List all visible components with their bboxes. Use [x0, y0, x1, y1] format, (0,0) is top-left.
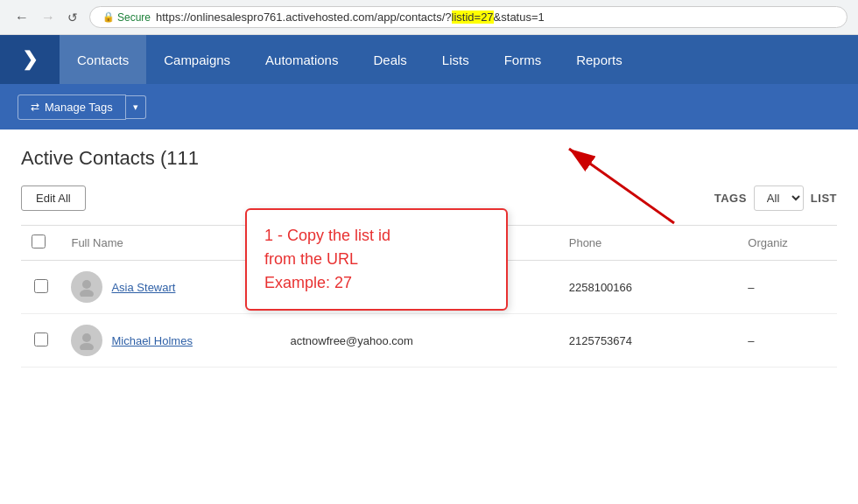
row2-contact-name[interactable]: Michael Holmes [111, 334, 192, 347]
callout-text: 1 - Copy the list id from the URL Exampl… [264, 224, 489, 295]
sub-header: ⇄ Manage Tags ▾ [0, 84, 858, 130]
back-button[interactable]: ← [11, 8, 33, 27]
row2-checkbox[interactable] [34, 332, 48, 346]
app-logo: ❯ [0, 35, 60, 84]
manage-tags-button[interactable]: ⇄ Manage Tags [18, 94, 126, 120]
url-suffix: &status=1 [494, 10, 545, 24]
row2-email-cell: actnowfree@yahoo.com [280, 314, 559, 368]
svg-point-3 [80, 290, 94, 297]
svg-point-2 [82, 280, 91, 289]
row1-avatar [71, 271, 102, 303]
col-header-phone: Phone [559, 226, 738, 261]
callout-line2: from the URL [264, 250, 358, 268]
refresh-button[interactable]: ↺ [63, 9, 82, 26]
url-highlight: listid=27 [452, 10, 494, 24]
nav-item-reports[interactable]: Reports [559, 35, 640, 84]
address-bar[interactable]: 🔒 Secure https://onlinesalespro761.activ… [89, 6, 847, 28]
tags-label: TAGS [714, 192, 747, 205]
url-text: https://onlinesalespro761.activehosted.c… [156, 10, 545, 24]
svg-point-4 [82, 333, 91, 342]
manage-tags-dropdown[interactable]: ▾ [126, 95, 146, 119]
callout-line1: 1 - Copy the list id [264, 227, 390, 244]
table-row: Michael Holmes actnowfree@yahoo.com 2125… [21, 314, 837, 368]
row1-phone-cell: 2258100166 [559, 261, 738, 314]
secure-label: Secure [117, 11, 151, 24]
page-content: 1 - Copy the list id from the URL Exampl… [0, 130, 858, 385]
callout-box: 1 - Copy the list id from the URL Exampl… [245, 208, 508, 311]
logo-icon: ❯ [22, 48, 38, 71]
col-header-org: Organiz [737, 226, 837, 261]
row1-contact-name[interactable]: Asia Stewart [111, 281, 175, 294]
tag-icon: ⇄ [31, 101, 39, 113]
nav-item-deals[interactable]: Deals [355, 35, 424, 84]
row2-name-container: Michael Holmes [71, 325, 269, 356]
browser-bar: ← → ↺ 🔒 Secure https://onlinesalespro761… [0, 0, 858, 35]
nav-item-automations[interactable]: Automations [248, 35, 355, 84]
row1-name-container: Asia Stewart [71, 271, 269, 303]
tags-select[interactable]: All [754, 186, 804, 211]
browser-nav-buttons: ← → ↺ [11, 8, 82, 27]
select-all-checkbox[interactable] [32, 234, 46, 248]
app-nav: ❯ Contacts Campaigns Automations Deals L… [0, 35, 858, 84]
page-title: Active Contacts (111 [21, 147, 837, 170]
callout-line3: Example: 27 [264, 274, 352, 291]
list-label: LIST [811, 192, 837, 205]
row2-check-cell [21, 314, 60, 368]
url-prefix: https://onlinesalespro761.activehosted.c… [156, 10, 452, 24]
nav-item-contacts[interactable]: Contacts [60, 35, 146, 84]
row1-check-cell [21, 261, 60, 314]
row2-name-cell: Michael Holmes [60, 314, 279, 368]
nav-item-lists[interactable]: Lists [425, 35, 487, 84]
row1-org-cell: – [737, 261, 837, 314]
edit-all-button[interactable]: Edit All [21, 186, 86, 211]
nav-item-campaigns[interactable]: Campaigns [146, 35, 248, 84]
row2-avatar [71, 325, 102, 356]
svg-point-5 [80, 343, 94, 350]
lock-icon: 🔒 [102, 11, 115, 23]
nav-item-forms[interactable]: Forms [487, 35, 559, 84]
forward-button[interactable]: → [37, 8, 60, 27]
toolbar-right: TAGS All LIST [714, 186, 837, 211]
row2-phone-cell: 2125753674 [559, 314, 738, 368]
manage-tags-label: Manage Tags [45, 101, 113, 114]
col-header-check [21, 226, 60, 261]
row2-org-cell: – [737, 314, 837, 368]
secure-badge: 🔒 Secure [102, 11, 151, 24]
row1-checkbox[interactable] [34, 279, 48, 293]
nav-items: Contacts Campaigns Automations Deals Lis… [60, 35, 858, 84]
toolbar: Edit All TAGS All LIST [21, 186, 837, 211]
